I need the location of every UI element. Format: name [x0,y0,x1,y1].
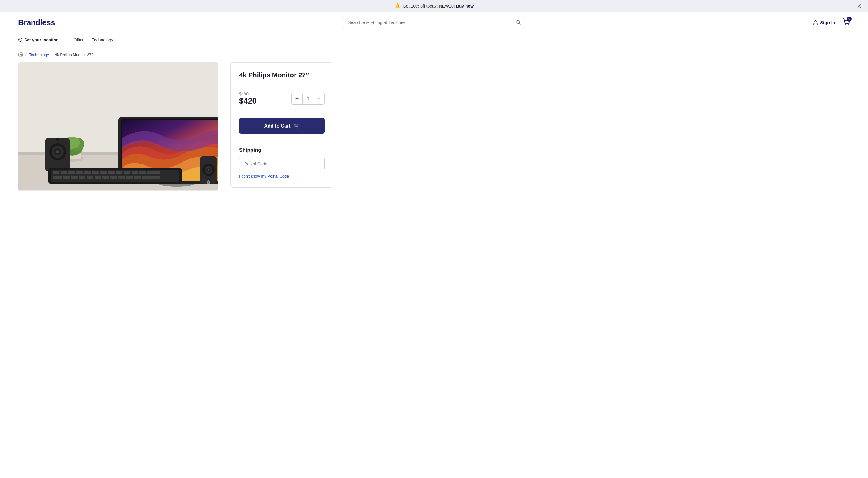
set-location[interactable]: Set your location [18,38,59,42]
quantity-decrease-button[interactable]: − [291,93,303,104]
quantity-increase-button[interactable]: + [313,93,324,104]
svg-rect-44 [71,176,78,179]
svg-rect-37 [116,171,122,174]
breadcrumb-sep-1: / [26,53,27,57]
quantity-control: − 1 + [291,93,324,104]
dont-know-postal-link[interactable]: I don't know my Postal Code [239,174,289,179]
original-price: $490 [239,92,257,96]
svg-point-58 [208,169,210,171]
svg-rect-42 [53,176,62,179]
breadcrumb: / Technology / 4k Philips Monitor 27" [0,47,868,62]
svg-rect-53 [142,176,160,179]
svg-point-2 [815,20,816,22]
svg-point-20 [56,137,59,140]
svg-rect-39 [131,171,138,174]
svg-rect-36 [108,171,115,174]
cart-button[interactable]: 0 [842,19,850,27]
product-image-container [18,62,218,191]
quantity-value: 1 [303,94,313,104]
search-bar [343,17,525,28]
buy-now-link[interactable]: Buy now [456,4,474,8]
postal-code-input[interactable] [239,158,324,170]
product-title: 4k Philips Monitor 27" [239,71,324,79]
breadcrumb-current: 4k Philips Monitor 27" [55,53,93,57]
svg-rect-41 [147,171,160,174]
price-row: $490 $420 − 1 + [239,85,324,112]
nav-divider [66,37,66,43]
svg-rect-32 [76,171,83,174]
nav-technology[interactable]: Technology [92,38,113,42]
shipping-section: Shipping I don't know my Postal Code [239,141,324,179]
svg-point-5 [20,39,21,40]
svg-rect-43 [63,176,70,179]
set-location-label: Set your location [24,38,59,42]
svg-rect-50 [118,176,125,179]
svg-rect-47 [95,176,101,179]
product-image [18,62,218,190]
svg-rect-30 [61,171,67,174]
sign-in-button[interactable]: Sign In [813,20,835,25]
search-input[interactable] [343,17,525,28]
svg-rect-49 [110,176,117,179]
breadcrumb-sep-2: / [51,53,53,57]
cart-badge: 0 [847,17,851,22]
product-panel: 4k Philips Monitor 27" $490 $420 − 1 + A… [230,62,333,188]
svg-point-19 [56,150,59,153]
navbar: Set your location Office Technology [0,33,868,47]
svg-point-4 [848,25,849,25]
current-price: $420 [239,96,257,106]
nav-office[interactable]: Office [74,38,85,42]
shipping-title: Shipping [239,147,324,153]
svg-rect-51 [126,176,133,179]
user-icon [813,20,818,25]
location-icon [18,38,23,42]
svg-rect-52 [134,176,141,179]
logo[interactable]: Brandless [18,18,55,27]
svg-rect-31 [68,171,75,174]
svg-rect-48 [102,176,109,179]
search-button[interactable] [516,20,521,26]
svg-rect-40 [140,171,146,174]
svg-line-1 [520,23,520,24]
svg-rect-35 [100,171,107,174]
svg-point-0 [517,20,520,24]
svg-rect-38 [124,171,130,174]
svg-point-60 [208,181,210,183]
svg-rect-46 [87,176,93,179]
svg-rect-33 [84,171,91,174]
close-announcement-button[interactable]: ✕ [857,2,862,10]
main-content: 4k Philips Monitor 27" $490 $420 − 1 + A… [0,62,868,209]
svg-point-3 [845,25,845,25]
svg-rect-34 [92,171,99,174]
announcement-bar: 🔔 Get 10% off today: NEW10! Buy now ✕ [0,0,868,12]
price-block: $490 $420 [239,92,257,106]
svg-rect-45 [79,176,86,179]
breadcrumb-home[interactable] [18,52,23,58]
header-actions: Sign In 0 [813,19,850,27]
bell-icon: 🔔 [394,3,400,9]
svg-rect-29 [53,171,59,174]
breadcrumb-category[interactable]: Technology [29,53,49,57]
announcement-text: Get 10% off today: NEW10! [403,4,455,8]
sign-in-label: Sign In [820,20,835,25]
header: Brandless Sign In 0 [0,12,868,33]
add-to-cart-button[interactable]: Add to Cart 🛒 [239,118,324,134]
add-to-cart-label: Add to Cart [264,123,290,129]
cart-icon: 🛒 [294,123,300,129]
